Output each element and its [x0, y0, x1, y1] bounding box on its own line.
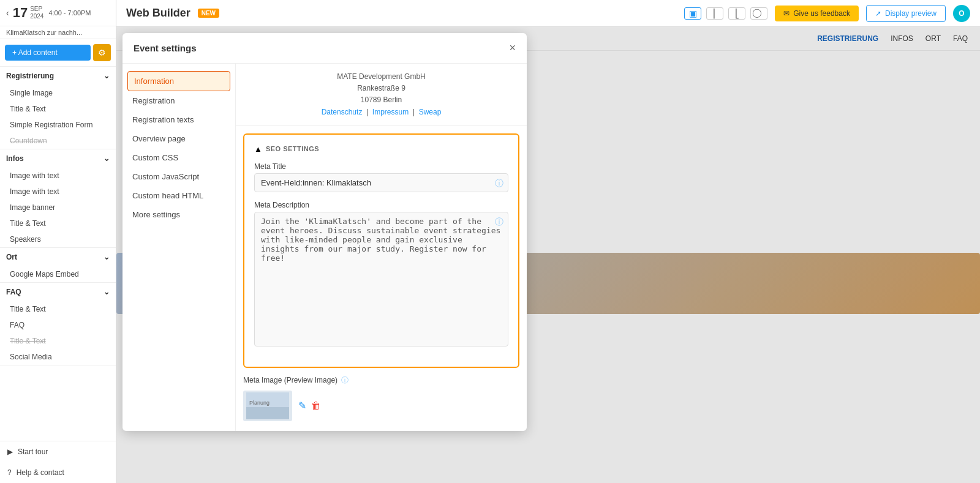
- modal-nav-overview-page[interactable]: Overview page: [123, 129, 235, 148]
- start-tour-item[interactable]: ▶ Start tour: [0, 441, 116, 462]
- preview-label: Display preview: [885, 9, 937, 18]
- meta-title-info-icon[interactable]: ⓘ: [495, 178, 503, 189]
- nav-speakers[interactable]: Speakers: [0, 231, 116, 247]
- content-area: Event settings × Information Registratio…: [116, 27, 980, 483]
- nav-image-with-text-1[interactable]: Image with text: [0, 168, 116, 184]
- modal-nav-registration-texts[interactable]: Registration texts: [123, 110, 235, 129]
- nav-image-banner[interactable]: Image banner: [0, 200, 116, 215]
- company-city: 10789 Berlin: [246, 94, 517, 106]
- modal-nav-more-settings[interactable]: More settings: [123, 205, 235, 224]
- faq-chevron: ⌄: [104, 288, 110, 296]
- nav-section-infos: Infos ⌄ Image with text Image with text …: [0, 149, 116, 248]
- infos-header[interactable]: Infos ⌄: [0, 149, 116, 168]
- desktop-icon[interactable]: ▣: [684, 7, 701, 20]
- nav-title-text-1[interactable]: Title & Text: [0, 101, 116, 117]
- nav-image-with-text-2[interactable]: Image with text: [0, 184, 116, 200]
- feedback-button[interactable]: ✉ Give us feedback: [775, 6, 859, 21]
- company-name: MATE Development GmbH: [246, 71, 517, 83]
- meta-image-thumbnail: Planung: [243, 391, 292, 421]
- left-sidebar: ‹ 17 SEP 2024 4:00 - 7:00PM KlimaKlatsch…: [0, 0, 116, 483]
- seo-collapse-icon[interactable]: ▲: [254, 144, 262, 154]
- faq-header[interactable]: FAQ ⌄: [0, 283, 116, 301]
- year-label: 2024: [30, 13, 43, 20]
- help-contact-item[interactable]: ? Help & contact: [0, 462, 116, 483]
- modal-nav-registration[interactable]: Registration: [123, 91, 235, 110]
- seo-header: ▲ SEO SETTINGS: [254, 144, 508, 154]
- modal-nav-custom-head[interactable]: Custom head HTML: [123, 186, 235, 205]
- modal-nav-custom-js[interactable]: Custom JavaScript: [123, 167, 235, 186]
- mobile-icon[interactable]: ⎣: [728, 7, 745, 20]
- new-badge: NEW: [198, 9, 219, 18]
- ort-label: Ort: [6, 253, 17, 261]
- infos-chevron: ⌄: [104, 154, 110, 163]
- nav-title-text-3[interactable]: Title & Text: [0, 301, 116, 317]
- app-title: Web Builder: [126, 7, 190, 20]
- seo-settings-section: ▲ SEO SETTINGS Meta Title ⓘ: [243, 133, 519, 368]
- preview-icon: ➚: [875, 9, 881, 18]
- user-avatar[interactable]: O: [953, 5, 970, 22]
- sweap-link[interactable]: Sweap: [419, 108, 442, 116]
- device-icons: ▣ ⎢ ⎣ ⃝: [684, 7, 767, 20]
- modal-company-info: MATE Development GmbH Rankestraße 9 1078…: [236, 64, 527, 126]
- nav-section-faq: FAQ ⌄ Title & Text FAQ Title & Text Soci…: [0, 283, 116, 365]
- nav-single-image[interactable]: Single Image: [0, 85, 116, 101]
- registrierung-label: Registrierung: [6, 72, 54, 80]
- settings-icon-button[interactable]: ⚙: [93, 44, 111, 61]
- impressum-link[interactable]: Impressum: [372, 108, 409, 116]
- tablet-icon[interactable]: ⎢: [706, 7, 723, 20]
- meta-image-section: Meta Image (Preview Image) ⓘ Planung: [236, 375, 527, 431]
- nav-faq[interactable]: FAQ: [0, 317, 116, 333]
- nav-google-maps-embed[interactable]: Google Maps Embed: [0, 266, 116, 282]
- topbar: Web Builder NEW ▣ ⎢ ⎣ ⃝ ✉ Give us feedba…: [116, 0, 980, 27]
- meta-image-preview: Planung ✎ 🗑: [243, 391, 519, 421]
- modal-content-area: MATE Development GmbH Rankestraße 9 1078…: [236, 64, 527, 431]
- main-area: Web Builder NEW ▣ ⎢ ⎣ ⃝ ✉ Give us feedba…: [116, 0, 980, 483]
- modal-nav-custom-css[interactable]: Custom CSS: [123, 148, 235, 167]
- sidebar-footer: ▶ Start tour ? Help & contact: [0, 441, 116, 483]
- modal-sidebar-nav: Information Registration Registration te…: [123, 64, 236, 431]
- ort-header[interactable]: Ort ⌄: [0, 248, 116, 266]
- nav-social-media[interactable]: Social Media: [0, 349, 116, 365]
- registrierung-header[interactable]: Registrierung ⌄: [0, 67, 116, 85]
- meta-image-info-icon[interactable]: ⓘ: [341, 375, 349, 386]
- feedback-label: Give us feedback: [793, 9, 850, 18]
- meta-title-input-wrapper: ⓘ: [254, 173, 508, 192]
- preview-button[interactable]: ➚ Display preview: [866, 5, 946, 22]
- svg-rect-2: [246, 407, 289, 419]
- modal-close-button[interactable]: ×: [509, 42, 516, 54]
- add-content-bar: + Add content ⚙: [0, 39, 116, 67]
- delete-meta-image-button[interactable]: 🗑: [311, 400, 321, 411]
- event-date: 17 SEP 2024 4:00 - 7:00PM: [13, 5, 91, 21]
- meta-title-label: Meta Title: [254, 162, 508, 171]
- meta-image-svg: Planung: [246, 392, 289, 419]
- add-content-button[interactable]: + Add content: [5, 45, 91, 61]
- nav-section-registrierung: Registrierung ⌄ Single Image Title & Tex…: [0, 67, 116, 149]
- nav-countdown[interactable]: Countdown: [0, 133, 116, 149]
- feedback-icon: ✉: [783, 9, 790, 18]
- help-icon: ?: [7, 468, 12, 477]
- company-address: Rankestraße 9: [246, 83, 517, 94]
- modal-title: Event settings: [134, 43, 197, 53]
- meta-title-input[interactable]: [254, 173, 508, 192]
- nav-simple-registration-form[interactable]: Simple Registration Form: [0, 117, 116, 133]
- meta-description-info-icon[interactable]: ⓘ: [495, 217, 503, 228]
- datenschutz-link[interactable]: Datenschutz: [322, 108, 363, 116]
- registrierung-chevron: ⌄: [104, 72, 110, 80]
- meta-description-textarea[interactable]: Join the 'KlimaKlatsch' and become part …: [254, 212, 508, 346]
- start-tour-label: Start tour: [18, 447, 48, 456]
- small-icon[interactable]: ⃝: [750, 7, 767, 20]
- edit-meta-image-button[interactable]: ✎: [298, 400, 306, 411]
- nav-title-text-2[interactable]: Title & Text: [0, 215, 116, 231]
- modal-nav-information[interactable]: Information: [127, 71, 230, 91]
- back-arrow-icon[interactable]: ‹: [6, 8, 9, 18]
- meta-description-label: Meta Description: [254, 201, 508, 209]
- meta-description-group: Meta Description Join the 'KlimaKlatsch'…: [254, 201, 508, 348]
- modal-header: Event settings ×: [123, 33, 527, 64]
- faq-label: FAQ: [6, 288, 21, 296]
- day-number: 17: [13, 5, 28, 21]
- infos-label: Infos: [6, 154, 24, 163]
- seo-section-title: SEO SETTINGS: [266, 145, 319, 152]
- nav-title-text-4[interactable]: Title & Text: [0, 333, 116, 349]
- event-settings-modal: Event settings × Information Registratio…: [123, 33, 527, 431]
- month-label: SEP: [30, 6, 43, 13]
